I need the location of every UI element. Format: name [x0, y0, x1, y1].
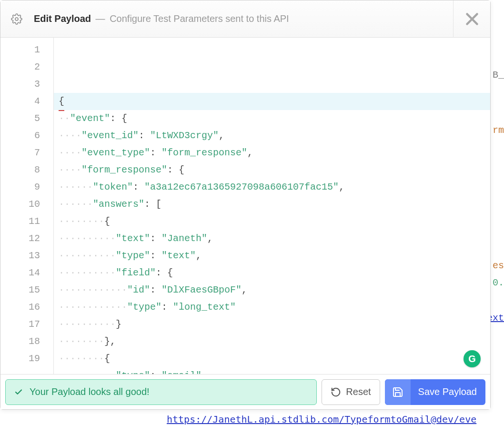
code-line[interactable]: { — [54, 93, 490, 110]
status-bar: Your Payload looks all good! — [5, 379, 317, 405]
line-number: 15 — [0, 282, 40, 299]
undo-icon — [331, 387, 341, 397]
code-line[interactable]: ········}, — [54, 333, 490, 350]
line-number: 6 — [0, 127, 40, 144]
code-editor[interactable]: 12345678910111213141516171819 {··"event"… — [0, 38, 490, 374]
modal-title-sub: Configure Test Parameters sent to this A… — [110, 13, 289, 24]
code-line[interactable]: ········{ — [54, 213, 490, 230]
code-line[interactable]: ··"event": { — [54, 110, 490, 127]
line-number: 5 — [0, 110, 40, 127]
line-number: 3 — [0, 76, 40, 93]
code-line[interactable]: ··········} — [54, 316, 490, 333]
line-number: 4 — [0, 93, 40, 110]
line-number: 18 — [0, 333, 40, 350]
grammarly-badge[interactable]: G — [464, 350, 481, 367]
line-number: 9 — [0, 179, 40, 196]
code-line[interactable]: ··········"text": "Janeth", — [54, 230, 490, 247]
line-number: 17 — [0, 316, 40, 333]
reset-label: Reset — [346, 386, 371, 397]
save-payload-button[interactable]: Save Payload — [385, 379, 485, 405]
line-number: 7 — [0, 144, 40, 162]
code-content[interactable]: {··"event": {····"event_id": "LtWXD3crgy… — [54, 38, 490, 374]
line-number: 19 — [0, 350, 40, 367]
line-number: 10 — [0, 196, 40, 213]
modal-title: Edit Payload — Configure Test Parameters… — [28, 13, 453, 24]
modal-header: Edit Payload — Configure Test Parameters… — [0, 0, 490, 38]
line-number: 13 — [0, 247, 40, 264]
line-number: 11 — [0, 213, 40, 230]
close-icon — [464, 10, 481, 28]
code-line[interactable]: ········{ — [54, 350, 490, 367]
line-number-gutter: 12345678910111213141516171819 — [0, 38, 54, 374]
background-link[interactable]: https://JanethL.api.stdlib.com/Typeformt… — [167, 414, 476, 425]
code-line[interactable]: ······"token": "a3a12ec67a1365927098a606… — [54, 179, 490, 196]
code-line[interactable]: ··········"type": "email", — [54, 367, 490, 374]
save-icon — [385, 379, 411, 405]
code-line[interactable]: ····"form_response": { — [54, 162, 490, 179]
title-dash: — — [96, 13, 105, 24]
code-line[interactable]: ··········"field": { — [54, 264, 490, 282]
code-line[interactable]: ····"event_type": "form_response", — [54, 144, 490, 162]
line-number: 1 — [0, 41, 40, 59]
edit-payload-modal: Edit Payload — Configure Test Parameters… — [0, 0, 491, 410]
gear-icon — [11, 13, 28, 25]
line-number: 8 — [0, 162, 40, 179]
code-line[interactable]: ······"answers": [ — [54, 196, 490, 213]
code-line[interactable]: ····"event_id": "LtWXD3crgy", — [54, 127, 490, 144]
modal-title-main: Edit Payload — [34, 13, 91, 24]
check-icon — [14, 388, 23, 396]
svg-point-0 — [15, 18, 18, 20]
close-button[interactable] — [453, 0, 490, 38]
line-number: 12 — [0, 230, 40, 247]
status-message: Your Payload looks all good! — [30, 386, 150, 397]
code-line[interactable]: ············"type": "long_text" — [54, 299, 490, 316]
save-label: Save Payload — [418, 386, 477, 397]
code-line[interactable]: ··········"type": "text", — [54, 247, 490, 264]
line-number: 16 — [0, 299, 40, 316]
reset-button[interactable]: Reset — [322, 379, 380, 405]
code-line[interactable]: ············"id": "DlXFaesGBpoF", — [54, 282, 490, 299]
modal-footer: Your Payload looks all good! Reset Save … — [0, 374, 490, 409]
line-number: 14 — [0, 264, 40, 282]
line-number: 2 — [0, 59, 40, 76]
